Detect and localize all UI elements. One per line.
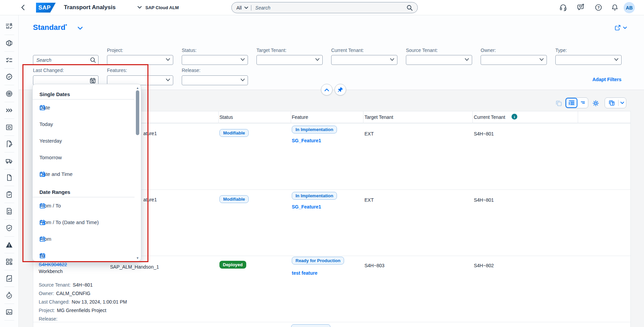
collapse-filterbar-button[interactable] (321, 84, 333, 95)
dropdown-item-from-to[interactable]: From / To (33, 199, 135, 214)
filter-search-field[interactable] (33, 55, 99, 65)
product-name: SAP Cloud ALM (145, 5, 179, 10)
view-chevron-down-icon[interactable] (77, 26, 83, 30)
dropdown-item-date[interactable]: Date (33, 101, 135, 115)
target-tenant-cell: S4H~803 (364, 263, 384, 268)
export-view-button[interactable] (614, 24, 627, 31)
row-description-partial: ature1 (143, 131, 157, 136)
app-title[interactable]: Transport Analysis (64, 4, 115, 11)
collapse-rows-button[interactable] (577, 98, 588, 108)
dropdown-item-date-and-time[interactable]: Date and Time (33, 167, 135, 182)
dropdown-item-yesterday[interactable]: Yesterday (33, 134, 135, 149)
bell-icon[interactable] (611, 3, 619, 12)
calendar-search-icon[interactable] (90, 77, 96, 84)
detail-label: Release: (39, 316, 57, 322)
calendar-icon (39, 253, 127, 259)
calendar-icon (39, 203, 127, 209)
filter-select-type[interactable] (555, 55, 622, 65)
adapt-filters-link[interactable]: Adapt Filters (592, 77, 622, 82)
back-icon[interactable] (20, 4, 27, 11)
search-scope-value[interactable]: All (236, 5, 242, 11)
filter-select-source-tenant[interactable] (406, 55, 472, 65)
last-changed-input[interactable] (33, 76, 98, 85)
filter-select-status[interactable] (182, 55, 248, 65)
portfolio-overview-icon[interactable] (0, 18, 19, 35)
last-changed-dropdown: Single Dates Date Today Yesterday Tomorr… (32, 84, 141, 261)
feature-link[interactable]: SG_Feature1 (292, 138, 321, 143)
export-table-icon (608, 99, 615, 106)
filter-select-owner[interactable] (481, 55, 547, 65)
quality-badge-icon[interactable] (0, 69, 19, 86)
headset-icon[interactable] (559, 3, 567, 12)
info-icon[interactable]: i (512, 114, 517, 120)
filter-select-target-tenant[interactable] (256, 55, 323, 65)
timer-check-icon[interactable] (0, 287, 19, 304)
global-search[interactable]: All (231, 2, 418, 13)
filter-select-release[interactable] (182, 75, 248, 85)
alert-triangle-icon[interactable] (0, 237, 19, 254)
transport-category: Workbench (39, 269, 63, 274)
filter-select-project[interactable] (107, 55, 173, 65)
tasks-icon[interactable] (0, 52, 19, 69)
report-chart-icon[interactable] (0, 270, 19, 287)
shield-check-icon[interactable] (0, 220, 19, 237)
feature-link[interactable]: test feature (292, 270, 317, 276)
dropdown-item-from[interactable]: From (33, 232, 135, 247)
help-icon[interactable]: ? (594, 3, 603, 12)
search-icon[interactable] (407, 5, 413, 11)
transport-truck-icon[interactable] (0, 152, 19, 169)
filter-label-last-changed: Last Changed: (33, 68, 64, 73)
pin-filterbar-button[interactable] (335, 84, 346, 95)
popup-scrollbar[interactable]: ▲ ▼ (135, 85, 140, 261)
dropdown-item-to[interactable]: To (33, 249, 135, 261)
calendar-clock-icon (39, 171, 127, 177)
image-icon[interactable] (0, 304, 19, 321)
dropdown-item-tomorrow[interactable]: Tomorrow (33, 150, 135, 165)
column-header-current-tenant[interactable]: Current Tenant (474, 114, 505, 120)
dropdown-item-from-to-datetime[interactable]: From / To (Date and Time) (33, 215, 135, 230)
solution-process-icon[interactable] (0, 35, 19, 52)
feature-link[interactable]: SG_Feature1 (292, 204, 321, 210)
popup-section-title: Single Dates (39, 91, 70, 97)
document-edit-icon[interactable] (0, 136, 19, 153)
triple-chevron-icon[interactable] (0, 102, 19, 119)
view-modified-marker: * (65, 23, 67, 28)
user-avatar[interactable]: AB (624, 2, 635, 13)
detail-row: Source Tenant:S4H~801 (39, 282, 93, 288)
item-label: Tomorrow (39, 155, 62, 160)
scrollbar-thumb[interactable] (136, 90, 139, 135)
next-row-partial-badge (291, 324, 330, 327)
column-header-status[interactable]: Status (219, 114, 233, 120)
flag-box-icon[interactable] (0, 119, 19, 136)
app-title-chevron-down-icon[interactable] (137, 6, 142, 9)
test-checklist-icon[interactable] (0, 203, 19, 220)
detail-label: Project: (39, 308, 55, 313)
scroll-down-icon[interactable]: ▼ (135, 256, 140, 260)
column-header-feature[interactable]: Feature (292, 114, 308, 120)
export-table-button[interactable] (605, 99, 618, 106)
global-search-input[interactable] (255, 5, 407, 11)
feedback-icon[interactable] (577, 3, 585, 12)
clipboard-check-icon[interactable] (0, 186, 19, 203)
view-title[interactable]: Standard* (33, 23, 67, 32)
document-icon[interactable] (0, 169, 19, 186)
filter-select-current-tenant[interactable] (331, 55, 397, 65)
target-icon[interactable] (0, 85, 19, 102)
transport-id-link[interactable]: S4HK904622 (39, 262, 67, 267)
chevron-up-icon (324, 88, 329, 91)
column-header-target-tenant[interactable]: Target Tenant (364, 114, 393, 120)
scope-chevron-down-icon[interactable] (244, 6, 248, 9)
row-display-toggle (565, 97, 588, 108)
status-badge: Modifiable (219, 129, 249, 137)
copy-icon[interactable] (555, 99, 562, 107)
dropdown-item-today[interactable]: Today (33, 117, 135, 132)
filter-search-input[interactable] (33, 55, 98, 65)
settings-gear-icon[interactable] (592, 99, 600, 107)
detail-row: Release: (39, 316, 59, 322)
export-menu-button[interactable] (619, 102, 626, 104)
scroll-up-icon[interactable]: ▲ (135, 86, 140, 90)
expand-rows-button[interactable] (566, 98, 577, 108)
search-icon[interactable] (90, 57, 96, 63)
item-label: Yesterday (39, 138, 62, 144)
qr-grid-icon[interactable] (0, 253, 19, 270)
